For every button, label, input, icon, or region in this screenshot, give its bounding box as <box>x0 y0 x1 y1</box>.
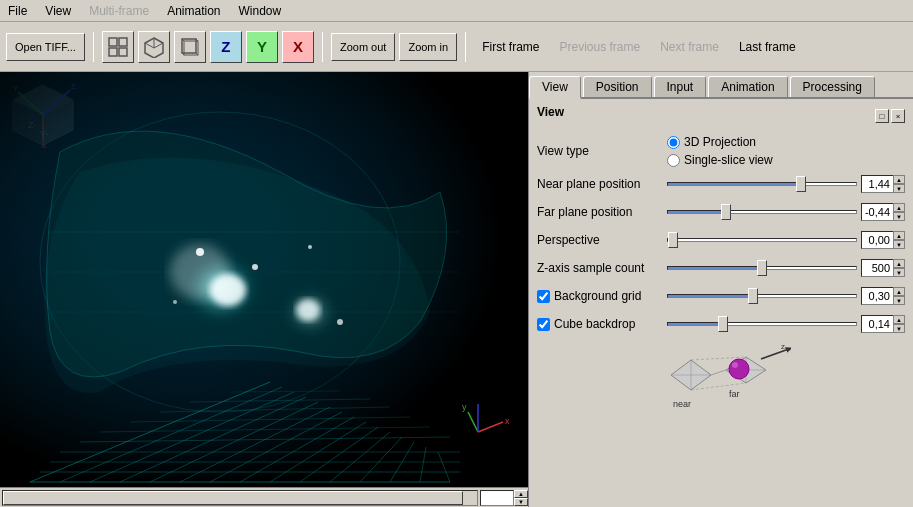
cube-backdrop-spin: ▲ ▼ <box>893 315 905 333</box>
bg-grid-slider[interactable] <box>667 294 857 298</box>
svg-text:x: x <box>505 416 510 426</box>
menu-view[interactable]: View <box>41 3 75 19</box>
svg-text:y: y <box>462 402 467 412</box>
x-axis-btn[interactable]: X <box>282 31 314 63</box>
panel-close-btn[interactable]: × <box>891 109 905 123</box>
menu-file[interactable]: File <box>4 3 31 19</box>
radio-3d-text: 3D Projection <box>684 135 756 149</box>
svg-point-62 <box>252 264 258 270</box>
far-plane-spin-up[interactable]: ▲ <box>893 203 905 212</box>
perspective-spin-down[interactable]: ▼ <box>893 240 905 249</box>
y-label: Y <box>257 38 267 55</box>
bg-grid-spin-down[interactable]: ▼ <box>893 296 905 305</box>
viewport[interactable]: Z Y X Z- Y- <box>0 72 528 507</box>
svg-text:near: near <box>673 399 691 409</box>
scroll-track[interactable] <box>2 490 478 506</box>
near-plane-value-box: ▲ ▼ <box>861 175 905 193</box>
far-plane-spin: ▲ ▼ <box>893 203 905 221</box>
near-plane-spin-up[interactable]: ▲ <box>893 175 905 184</box>
view-type-options: 3D Projection Single-slice view <box>667 135 773 167</box>
first-frame-button[interactable]: First frame <box>474 38 547 56</box>
volume-render: x y <box>0 72 528 487</box>
perspective-slider[interactable] <box>667 238 857 242</box>
bg-grid-value-box: ▲ ▼ <box>861 287 905 305</box>
tabs: View Position Input Animation Processing <box>529 72 913 99</box>
far-plane-spin-down[interactable]: ▼ <box>893 212 905 221</box>
far-plane-label: Far plane position <box>537 205 667 219</box>
toolbar-separator-2 <box>322 32 323 62</box>
cube-backdrop-label-group: Cube backdrop <box>537 317 667 331</box>
box-icon <box>179 36 201 58</box>
grid-icon-btn[interactable] <box>102 31 134 63</box>
z-sample-spin-down[interactable]: ▼ <box>893 268 905 277</box>
menu-animation[interactable]: Animation <box>163 3 224 19</box>
radio-3d-label[interactable]: 3D Projection <box>667 135 773 149</box>
cube-backdrop-spin-down[interactable]: ▼ <box>893 324 905 333</box>
prev-frame-button[interactable]: Previous frame <box>552 38 649 56</box>
svg-line-82 <box>761 350 786 359</box>
menubar: File View Multi-frame Animation Window <box>0 0 913 22</box>
far-plane-slider[interactable] <box>667 210 857 214</box>
last-frame-button[interactable]: Last frame <box>731 38 804 56</box>
near-plane-label: Near plane position <box>537 177 667 191</box>
near-plane-row: Near plane position ▲ ▼ <box>537 173 905 195</box>
scroll-thumb[interactable] <box>3 491 463 505</box>
menu-multiframe[interactable]: Multi-frame <box>85 3 153 19</box>
near-plane-spin: ▲ ▼ <box>893 175 905 193</box>
tab-processing[interactable]: Processing <box>790 76 875 97</box>
perspective-value-box: ▲ ▼ <box>861 231 905 249</box>
bg-grid-row: Background grid ▲ ▼ <box>537 285 905 307</box>
frame-spin-down[interactable]: ▼ <box>514 498 528 506</box>
svg-line-6 <box>154 43 163 48</box>
panel-title: View <box>537 105 564 119</box>
bg-grid-checkbox[interactable] <box>537 290 550 303</box>
frame-spin-up[interactable]: ▲ <box>514 490 528 498</box>
next-frame-button[interactable]: Next frame <box>652 38 727 56</box>
tab-position[interactable]: Position <box>583 76 652 97</box>
perspective-label: Perspective <box>537 233 667 247</box>
box-icon-btn[interactable] <box>174 31 206 63</box>
panel-content: View □ × View type 3D Projection Single- <box>529 99 913 507</box>
svg-rect-1 <box>119 38 127 46</box>
svg-line-77 <box>711 370 726 375</box>
canvas-area[interactable]: Z Y X Z- Y- <box>0 72 528 487</box>
near-plane-slider[interactable] <box>667 182 857 186</box>
z-sample-spin-up[interactable]: ▲ <box>893 259 905 268</box>
svg-point-63 <box>308 245 312 249</box>
radio-slice[interactable] <box>667 154 680 167</box>
near-plane-spin-down[interactable]: ▼ <box>893 184 905 193</box>
zoom-in-button[interactable]: Zoom in <box>399 33 457 61</box>
tab-animation[interactable]: Animation <box>708 76 787 97</box>
tab-view[interactable]: View <box>529 76 581 99</box>
tab-input[interactable]: Input <box>654 76 707 97</box>
view-type-label: View type <box>537 144 667 158</box>
z-sample-slider[interactable] <box>667 266 857 270</box>
cube-icon-btn[interactable] <box>138 31 170 63</box>
z-label: Z <box>221 38 230 55</box>
bg-grid-spin-up[interactable]: ▲ <box>893 287 905 296</box>
panel-header-buttons: □ × <box>875 109 905 123</box>
cube-backdrop-spin-up[interactable]: ▲ <box>893 315 905 324</box>
far-plane-row: Far plane position ▲ ▼ <box>537 201 905 223</box>
cube-backdrop-slider[interactable] <box>667 322 857 326</box>
panel-restore-btn[interactable]: □ <box>875 109 889 123</box>
svg-point-61 <box>196 248 204 256</box>
toolbar-separator-3 <box>465 32 466 62</box>
far-plane-value-box: ▲ ▼ <box>861 203 905 221</box>
radio-3d[interactable] <box>667 136 680 149</box>
frame-input[interactable]: 0 <box>480 490 514 506</box>
zoom-out-button[interactable]: Zoom out <box>331 33 395 61</box>
y-axis-btn[interactable]: Y <box>246 31 278 63</box>
svg-point-81 <box>732 362 738 368</box>
viewport-scrollbar: 0 ▲ ▼ <box>0 487 528 507</box>
panel-header: View □ × <box>537 105 905 127</box>
cube-backdrop-value-box: ▲ ▼ <box>861 315 905 333</box>
radio-slice-label[interactable]: Single-slice view <box>667 153 773 167</box>
menu-window[interactable]: Window <box>235 3 286 19</box>
open-tiff-button[interactable]: Open TIFF... <box>6 33 85 61</box>
z-axis-btn[interactable]: Z <box>210 31 242 63</box>
perspective-spin-up[interactable]: ▲ <box>893 231 905 240</box>
frame-counter: 0 ▲ ▼ <box>480 490 528 506</box>
cube-backdrop-checkbox[interactable] <box>537 318 550 331</box>
svg-rect-3 <box>119 48 127 56</box>
